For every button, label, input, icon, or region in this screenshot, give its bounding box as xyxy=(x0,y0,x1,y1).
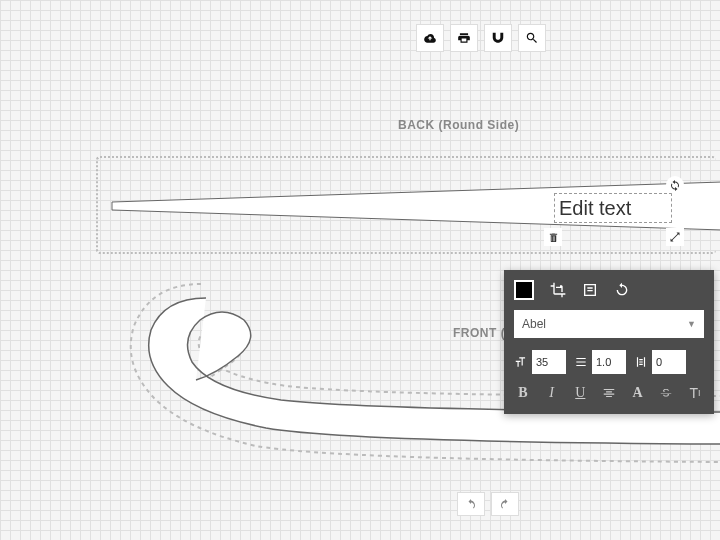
line-height-icon xyxy=(574,355,588,369)
align-button[interactable] xyxy=(600,384,618,402)
redo-button[interactable] xyxy=(491,492,519,516)
text-element[interactable]: Edit text xyxy=(554,193,672,223)
line-height-input[interactable] xyxy=(592,350,626,374)
layers-icon[interactable] xyxy=(582,282,598,298)
letter-spacing-icon xyxy=(634,355,648,369)
upload-button[interactable] xyxy=(416,24,444,52)
history-controls xyxy=(457,492,519,516)
back-side-label: BACK (Round Side) xyxy=(398,118,519,132)
search-icon xyxy=(525,31,539,45)
top-toolbar xyxy=(416,24,546,52)
print-icon xyxy=(457,31,471,45)
crop-icon[interactable] xyxy=(550,282,566,298)
undo-button[interactable] xyxy=(457,492,485,516)
text-editor-panel: Abel ▼ B I U A TI xyxy=(504,270,714,414)
letter-spacing-input[interactable] xyxy=(652,350,686,374)
trash-icon xyxy=(548,232,559,243)
redo-icon xyxy=(498,498,512,510)
text-element-content: Edit text xyxy=(559,197,631,220)
cloud-upload-icon xyxy=(423,31,437,45)
text-case-button[interactable]: TI xyxy=(686,384,704,402)
font-select[interactable]: Abel ▼ xyxy=(514,310,704,338)
magnet-icon xyxy=(491,31,505,45)
delete-handle[interactable] xyxy=(544,228,562,246)
print-button[interactable] xyxy=(450,24,478,52)
resize-icon xyxy=(669,231,681,243)
text-color-swatch[interactable] xyxy=(514,280,534,300)
font-size-input[interactable] xyxy=(532,350,566,374)
font-size-icon xyxy=(514,355,528,369)
strikethrough-button[interactable] xyxy=(657,384,675,402)
bold-button[interactable]: B xyxy=(514,384,532,402)
font-select-value: Abel xyxy=(522,317,546,331)
reset-icon[interactable] xyxy=(614,282,630,298)
rotate-icon xyxy=(669,179,681,191)
resize-handle[interactable] xyxy=(666,228,684,246)
zoom-button[interactable] xyxy=(518,24,546,52)
chevron-down-icon: ▼ xyxy=(687,319,696,329)
rotate-handle[interactable] xyxy=(666,176,684,194)
snap-button[interactable] xyxy=(484,24,512,52)
font-style-button[interactable]: A xyxy=(629,384,647,402)
underline-button[interactable]: U xyxy=(571,384,589,402)
italic-button[interactable]: I xyxy=(543,384,561,402)
undo-icon xyxy=(464,498,478,510)
